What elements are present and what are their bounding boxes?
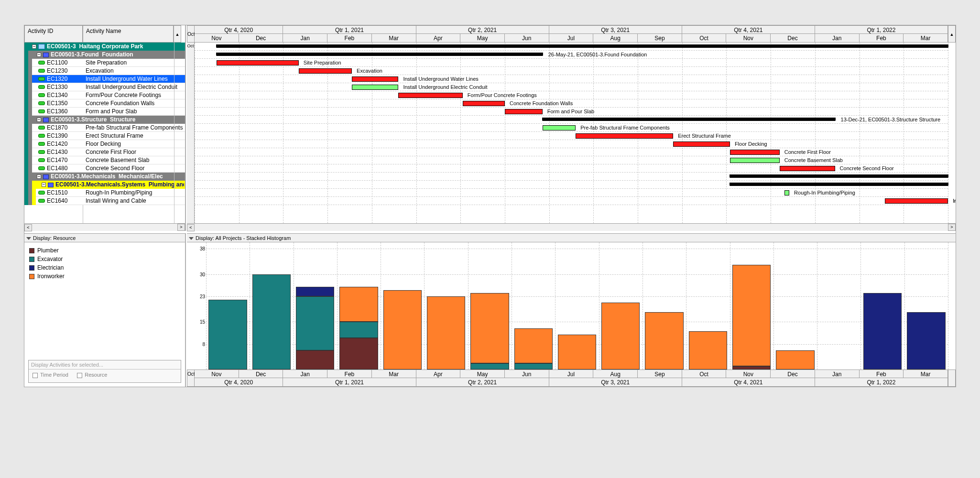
- gantt-summary-bar[interactable]: [730, 174, 948, 178]
- month-header: Feb: [860, 34, 904, 43]
- table-row[interactable]: EC1430Concrete First Floor: [24, 148, 185, 156]
- col-activity-name[interactable]: Activity Name: [83, 25, 174, 43]
- gantt-task-bar[interactable]: [780, 166, 835, 171]
- table-row[interactable]: EC1640Install Wiring and Cable: [24, 197, 185, 205]
- table-row[interactable]: EC1360Form and Pour Slab: [24, 108, 185, 116]
- histogram-bar[interactable]: [339, 242, 378, 369]
- table-row[interactable]: EC1320Install Underground Water Lines: [24, 75, 185, 83]
- activity-name: Install Underground Electric Conduit: [86, 83, 184, 91]
- activity-status-icon: [38, 93, 45, 97]
- dropdown-icon: [26, 237, 31, 240]
- scroll-left-icon[interactable]: <: [187, 224, 195, 231]
- histogram-segment: [427, 296, 465, 369]
- gantt-task-bar[interactable]: [730, 150, 780, 155]
- histogram-segment: [208, 300, 247, 369]
- col-activity-id[interactable]: Activity ID: [24, 25, 83, 43]
- gantt-task-bar[interactable]: [543, 125, 576, 130]
- gantt-task-bar[interactable]: [784, 190, 789, 196]
- histogram-bar[interactable]: [689, 242, 727, 369]
- month-header: Feb: [327, 34, 372, 43]
- histogram-bar[interactable]: [514, 242, 553, 369]
- gantt-summary-bar[interactable]: [217, 53, 542, 56]
- collapse-icon[interactable]: −: [42, 183, 46, 187]
- vscroll-up-icon[interactable]: ▲: [174, 25, 181, 43]
- collapse-icon[interactable]: −: [37, 118, 41, 122]
- histogram-bar[interactable]: [470, 242, 509, 369]
- histogram-timescale[interactable]: Oct Qtr 4, 2020NovDecQtr 1, 2021JanFebMa…: [187, 369, 956, 387]
- histogram-bar[interactable]: [645, 242, 683, 369]
- histogram-bar[interactable]: [776, 242, 814, 369]
- gantt-body[interactable]: Oct 26-May-21, EC00501-3.Found Foundatio…: [187, 43, 956, 223]
- histogram-bar[interactable]: [383, 242, 422, 369]
- collapse-icon[interactable]: −: [37, 53, 41, 57]
- histogram-bar[interactable]: [820, 242, 858, 369]
- legend-item[interactable]: Electrician: [29, 263, 180, 272]
- gantt-task-bar[interactable]: [352, 85, 398, 90]
- activity-name: Erect Structural Frame: [86, 132, 184, 140]
- table-row[interactable]: EC1870Pre-fab Structural Frame Component…: [24, 124, 185, 132]
- table-row[interactable]: −EC00501-3.Mechanicals.Systems Plumbing …: [24, 181, 185, 189]
- gantt-bar-label: Pre-fab Structural Frame Components: [580, 125, 669, 130]
- resource-display-header[interactable]: Display: Resource: [24, 234, 185, 242]
- table-row[interactable]: −EC00501-3.Mechanicals Mechanical/Elec: [24, 173, 185, 181]
- collapse-icon[interactable]: −: [37, 174, 41, 179]
- legend-item[interactable]: Excavator: [29, 255, 180, 263]
- table-row[interactable]: −EC00501-3 Haitang Corporate Park: [24, 43, 185, 51]
- gantt-task-bar[interactable]: [673, 141, 730, 147]
- table-row[interactable]: EC1340Form/Pour Concrete Footings: [24, 91, 185, 99]
- histogram-bar[interactable]: [732, 242, 771, 369]
- table-row[interactable]: EC1480Concrete Second Floor: [24, 164, 185, 173]
- gantt-task-bar[interactable]: [299, 68, 352, 74]
- gantt-summary-bar[interactable]: [543, 118, 835, 121]
- histogram-bar[interactable]: [907, 242, 945, 369]
- histogram-bar[interactable]: [601, 242, 640, 369]
- gantt-task-bar[interactable]: [576, 133, 673, 139]
- table-row[interactable]: EC1330Install Underground Electric Condu…: [24, 83, 185, 91]
- gantt-task-bar[interactable]: [463, 101, 505, 106]
- gantt-summary-bar[interactable]: [730, 183, 948, 186]
- gantt-summary-bar[interactable]: [217, 44, 948, 48]
- scroll-right-icon[interactable]: >: [948, 224, 956, 231]
- month-header: May: [460, 34, 505, 43]
- histogram-bar[interactable]: [427, 242, 465, 369]
- table-row[interactable]: EC1470Concrete Basement Slab: [24, 156, 185, 164]
- collapse-icon[interactable]: −: [32, 44, 36, 49]
- table-row[interactable]: EC1510Rough-In Plumbing/Piping: [24, 189, 185, 197]
- gantt-task-bar[interactable]: [352, 76, 398, 82]
- activity-hscroll[interactable]: < >: [24, 223, 185, 231]
- table-row[interactable]: −EC00501-3.Structure Structure: [24, 116, 185, 124]
- gantt-timescale[interactable]: Oct Qtr 4, 2020NovDecQtr 1, 2021JanFebMa…: [187, 25, 956, 43]
- histogram-bar[interactable]: [558, 242, 596, 369]
- legend-item[interactable]: Ironworker: [29, 272, 180, 281]
- gantt-task-bar[interactable]: [730, 158, 780, 163]
- activity-id: EC1230: [47, 67, 83, 75]
- resource-checkbox[interactable]: [77, 373, 82, 378]
- table-row[interactable]: −EC00501-3.Found Foundation: [24, 51, 185, 59]
- display-activities-placeholder[interactable]: Display Activities for selected...: [29, 360, 181, 369]
- gantt-task-bar[interactable]: [885, 198, 948, 204]
- scroll-right-icon[interactable]: >: [177, 224, 185, 231]
- vscroll-up-icon[interactable]: ▲: [948, 25, 956, 43]
- histogram-bar[interactable]: [296, 242, 334, 369]
- histogram-bar[interactable]: [863, 242, 902, 369]
- histogram-bar[interactable]: [252, 242, 291, 369]
- table-row[interactable]: EC1350Concrete Foundation Walls: [24, 99, 185, 108]
- scroll-left-icon[interactable]: <: [24, 224, 32, 231]
- histogram-body[interactable]: 815233038: [187, 242, 956, 369]
- gantt-hscroll[interactable]: < >: [187, 223, 956, 231]
- gantt-bar-label: Form and Pour Slab: [547, 109, 594, 114]
- legend-swatch: [29, 248, 34, 253]
- legend-item[interactable]: Plumber: [29, 246, 180, 255]
- histogram-display-header[interactable]: Display: All Projects - Stacked Histogra…: [187, 234, 956, 242]
- activity-status-icon: [38, 69, 45, 73]
- gantt-task-bar[interactable]: [398, 93, 462, 98]
- gantt-task-bar[interactable]: [217, 60, 299, 65]
- time-period-checkbox[interactable]: [33, 373, 38, 378]
- histogram-bar[interactable]: [208, 242, 247, 369]
- table-row[interactable]: EC1390Erect Structural Frame: [24, 132, 185, 140]
- table-row[interactable]: EC1100Site Preparation: [24, 59, 185, 67]
- activity-name: Install Wiring and Cable: [86, 197, 184, 205]
- gantt-task-bar[interactable]: [505, 109, 543, 114]
- table-row[interactable]: EC1420Floor Decking: [24, 140, 185, 148]
- table-row[interactable]: EC1230Excavation: [24, 67, 185, 75]
